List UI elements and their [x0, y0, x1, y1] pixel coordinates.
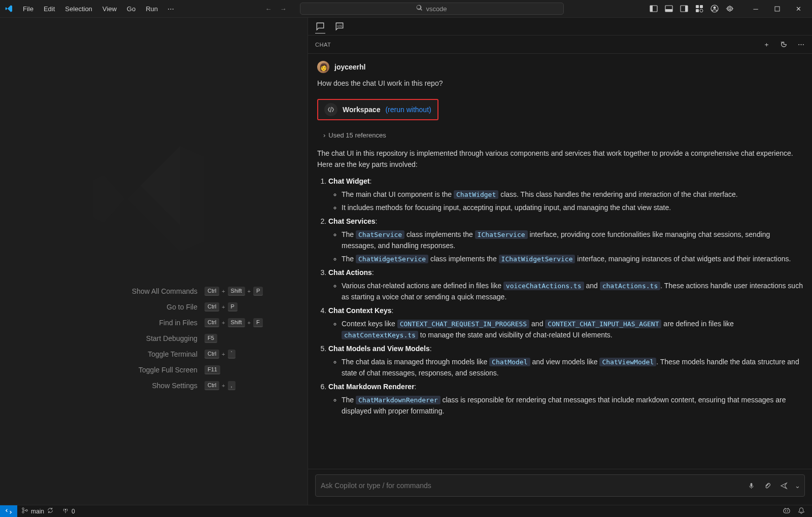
bell-icon[interactable] — [798, 507, 805, 515]
window-maximize-icon[interactable] — [766, 0, 788, 18]
shortcut-keys: Ctrl+, — [205, 381, 260, 390]
shortcut-row: Go to FileCtrl+P — [47, 302, 260, 312]
shortcut-keys: Ctrl+Shift+F — [205, 318, 260, 327]
copilot-status-icon[interactable] — [783, 506, 791, 516]
command-center[interactable]: vscode — [300, 3, 564, 15]
source-control-icon — [21, 507, 28, 515]
code-pill[interactable]: chatActions.ts — [600, 282, 661, 290]
search-icon — [416, 5, 423, 13]
window-close-icon[interactable]: ✕ — [788, 0, 809, 18]
workspace-label: Workspace — [343, 106, 380, 114]
send-icon[interactable] — [779, 481, 788, 490]
code-pill[interactable]: IChatWidgetService — [499, 255, 576, 263]
settings-gear-icon[interactable] — [726, 5, 734, 13]
chat-input-box[interactable]: ⌄ — [315, 474, 805, 497]
key: Ctrl — [205, 350, 219, 359]
key: Ctrl — [205, 287, 219, 296]
chat-body: 👩 joyceerhl How does the chat UI work in… — [308, 54, 812, 469]
nav-forward-icon[interactable]: → — [280, 5, 287, 13]
key: F — [253, 318, 263, 327]
vscode-logo-icon — [4, 4, 14, 14]
menu-view[interactable]: View — [98, 2, 121, 16]
titlebar-center: ← → vscode — [179, 3, 650, 15]
code-pill[interactable]: ChatService — [356, 230, 404, 239]
mic-icon[interactable] — [747, 481, 756, 490]
rerun-without-link[interactable]: (rerun without) — [385, 106, 431, 114]
svg-point-21 — [787, 510, 788, 511]
branch-name: main — [31, 508, 44, 515]
code-pill[interactable]: ChatWidgetService — [356, 255, 428, 263]
chat-user-row: 👩 joyceerhl — [317, 61, 803, 73]
chevron-right-icon: › — [323, 131, 325, 139]
nav-back-icon[interactable]: ← — [265, 5, 272, 13]
menu-file[interactable]: File — [18, 2, 38, 16]
shortcut-label: Toggle Terminal — [47, 350, 197, 358]
menu-edit[interactable]: Edit — [39, 2, 59, 16]
key: Shift — [228, 318, 245, 327]
username: joyceerhl — [334, 63, 365, 71]
key: Ctrl — [205, 302, 219, 312]
send-dropdown-icon[interactable]: ⌄ — [795, 481, 799, 490]
chat-history-icon[interactable] — [780, 41, 788, 49]
svg-point-17 — [26, 509, 28, 511]
ports-status[interactable]: 0 — [58, 505, 79, 517]
branch-status[interactable]: main — [17, 505, 58, 517]
response-intro: The chat UI in this repository is implem… — [317, 148, 803, 170]
workspace-agent-icon — [324, 103, 337, 116]
shortcut-keys: Ctrl+` — [205, 350, 260, 359]
workspace-badge[interactable]: Workspace (rerun without) — [317, 99, 438, 120]
code-pill[interactable]: ChatMarkdownRenderer — [356, 396, 441, 404]
shortcut-row: Toggle Full ScreenF11 — [47, 365, 260, 374]
menu-more-icon[interactable]: ⋯ — [163, 3, 179, 15]
layout-sidebar-right-icon[interactable] — [680, 5, 688, 13]
code-pill[interactable]: ChatModel — [489, 358, 530, 366]
code-pill[interactable]: voiceChatActions.ts — [503, 282, 584, 290]
radio-tower-icon — [62, 507, 69, 515]
chat-input[interactable] — [321, 481, 741, 490]
layout-sidebar-left-icon[interactable] — [650, 5, 658, 13]
avatar: 👩 — [317, 61, 329, 73]
shortcut-keys: F11 — [205, 365, 260, 374]
svg-rect-6 — [696, 5, 699, 8]
vscode-watermark-icon — [88, 133, 220, 266]
chat-log-tab-icon[interactable]: LOG — [334, 21, 345, 31]
menu-selection[interactable]: Selection — [60, 2, 96, 16]
key: P — [228, 302, 238, 312]
shortcut-row: Toggle TerminalCtrl+` — [47, 350, 260, 359]
shortcut-keys: F5 — [205, 334, 260, 343]
layout-panel-icon[interactable] — [665, 5, 673, 13]
chat-response: The chat UI in this repository is implem… — [317, 148, 803, 417]
chat-more-icon[interactable]: ⋯ — [797, 41, 805, 49]
key: Ctrl — [205, 318, 219, 327]
statusbar: main 0 — [0, 505, 812, 517]
menu-run[interactable]: Run — [141, 2, 162, 16]
references-toggle[interactable]: › Used 15 references — [323, 131, 803, 139]
svg-rect-12 — [775, 7, 780, 11]
menu-go[interactable]: Go — [122, 2, 140, 16]
shortcut-label: Toggle Full Screen — [47, 366, 197, 374]
attach-icon[interactable] — [763, 481, 772, 490]
shortcut-label: Go to File — [47, 303, 197, 311]
layout-customize-icon[interactable] — [695, 5, 703, 13]
new-chat-icon[interactable]: ＋ — [762, 41, 770, 49]
sync-icon[interactable] — [47, 507, 54, 515]
code-pill[interactable]: chatContextKeys.ts — [342, 331, 418, 339]
code-pill[interactable]: ChatViewModel — [599, 358, 656, 366]
remote-indicator[interactable] — [0, 505, 17, 517]
svg-rect-7 — [700, 5, 703, 8]
code-pill[interactable]: CONTEXT_CHAT_INPUT_HAS_AGENT — [545, 320, 661, 328]
shortcut-row: Show All CommandsCtrl+Shift+P — [47, 287, 260, 296]
key: P — [253, 287, 263, 296]
code-pill[interactable]: IChatService — [475, 230, 528, 239]
svg-rect-1 — [650, 6, 653, 12]
user-message: How does the chat UI work in this repo? — [317, 78, 803, 89]
code-pill[interactable]: CONTEXT_CHAT_REQUEST_IN_PROGRESS — [397, 320, 529, 328]
chat-panel: LOG CHAT ＋ ⋯ 👩 joyceerhl How does the ch… — [308, 18, 812, 505]
code-pill[interactable]: ChatWidget — [454, 190, 498, 199]
window-minimize-icon[interactable]: ─ — [745, 0, 766, 18]
shortcut-label: Start Debugging — [47, 334, 197, 342]
chat-tab-icon[interactable] — [315, 23, 325, 33]
account-icon[interactable] — [710, 5, 719, 13]
shortcut-row: Start DebuggingF5 — [47, 334, 260, 343]
svg-rect-8 — [696, 9, 699, 12]
